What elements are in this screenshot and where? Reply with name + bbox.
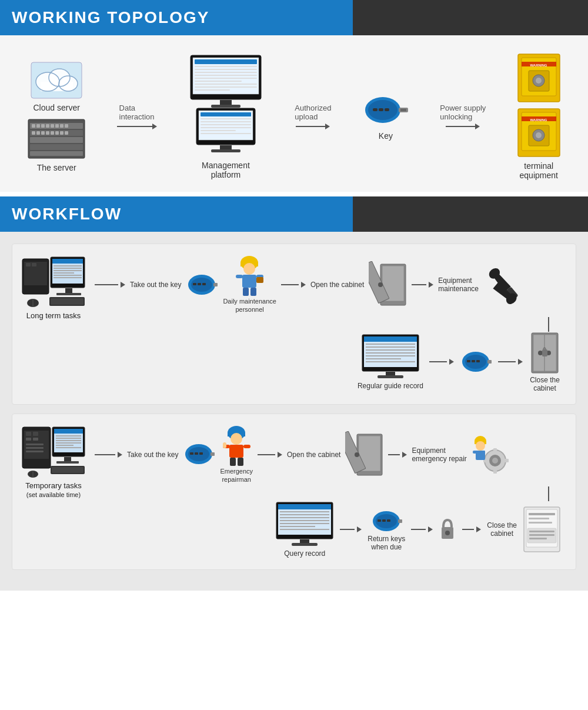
svg-rect-29 bbox=[65, 131, 68, 135]
svg-rect-53 bbox=[220, 145, 232, 149]
svg-rect-79 bbox=[32, 263, 36, 266]
svg-rect-159 bbox=[64, 457, 71, 461]
svg-rect-211 bbox=[377, 519, 381, 522]
regular-guide-record-label: Regular guide record bbox=[358, 382, 423, 390]
key-blue-icon-lt2 bbox=[460, 349, 492, 375]
svg-rect-154 bbox=[56, 438, 81, 439]
svg-rect-123 bbox=[366, 352, 415, 354]
longterm-tasks-label: Long term tasks bbox=[26, 311, 81, 320]
topo-arrow-power-supply: Power supplyunlocking bbox=[440, 104, 486, 129]
svg-rect-19 bbox=[55, 124, 59, 128]
open-cabinet-label-tmp: Open the cabinet bbox=[287, 451, 340, 459]
svg-point-183 bbox=[355, 452, 359, 457]
svg-rect-13 bbox=[30, 151, 83, 156]
svg-rect-42 bbox=[220, 100, 232, 105]
svg-rect-25 bbox=[46, 131, 49, 135]
svg-rect-134 bbox=[487, 360, 492, 364]
topo-terminal-equipment: WARNING WARNING terminalequipment bbox=[517, 53, 561, 180]
svg-rect-87 bbox=[54, 275, 82, 276]
svg-rect-32 bbox=[195, 59, 257, 64]
svg-rect-109 bbox=[250, 288, 256, 296]
svg-rect-48 bbox=[201, 121, 251, 122]
maintenance-person-label: Daily maintenancepersonnel bbox=[223, 297, 276, 314]
svg-rect-205 bbox=[280, 526, 315, 527]
svg-rect-83 bbox=[54, 265, 82, 266]
topo-management-platform: Managementplatform bbox=[188, 54, 264, 179]
svg-rect-125 bbox=[366, 358, 401, 359]
cabinet-open-icon-lt bbox=[369, 261, 407, 308]
svg-rect-160 bbox=[56, 461, 79, 464]
svg-rect-148 bbox=[26, 447, 44, 449]
svg-rect-104 bbox=[242, 275, 256, 288]
server-rack-icon bbox=[27, 118, 86, 159]
terminal-equipment-label: terminalequipment bbox=[520, 161, 558, 180]
cloud-server-icon bbox=[30, 61, 83, 99]
svg-rect-33 bbox=[195, 66, 257, 67]
svg-rect-40 bbox=[195, 86, 257, 88]
svg-rect-50 bbox=[201, 127, 251, 128]
svg-rect-105 bbox=[236, 275, 243, 278]
svg-rect-122 bbox=[366, 349, 415, 351]
workflow-header: WORKFLOW bbox=[0, 196, 588, 232]
svg-rect-58 bbox=[379, 108, 383, 111]
svg-rect-169 bbox=[199, 452, 203, 455]
svg-rect-28 bbox=[60, 131, 64, 135]
svg-rect-97 bbox=[193, 283, 196, 285]
svg-rect-195 bbox=[473, 451, 477, 454]
svg-rect-213 bbox=[387, 519, 390, 522]
svg-rect-82 bbox=[52, 259, 83, 264]
svg-rect-132 bbox=[472, 360, 475, 362]
svg-rect-17 bbox=[46, 124, 49, 128]
key-blue-icon-lt bbox=[186, 272, 218, 298]
svg-rect-61 bbox=[400, 109, 406, 111]
svg-point-138 bbox=[538, 351, 543, 355]
svg-text:WARNING: WARNING bbox=[530, 64, 547, 67]
svg-rect-54 bbox=[211, 149, 240, 152]
svg-point-113 bbox=[378, 282, 383, 287]
svg-rect-34 bbox=[195, 69, 257, 70]
key-icon bbox=[362, 92, 409, 128]
svg-rect-223 bbox=[529, 531, 554, 532]
svg-rect-14 bbox=[32, 124, 35, 128]
terminal-cabinet-icon1: WARNING bbox=[517, 53, 561, 103]
temporary-tasks-label: Temporary tasks(set available time) bbox=[25, 481, 81, 499]
svg-rect-99 bbox=[202, 283, 206, 285]
svg-rect-108 bbox=[243, 288, 249, 296]
svg-rect-85 bbox=[54, 270, 82, 271]
emergency-repair-icon bbox=[472, 434, 510, 475]
emergency-repairman-icon bbox=[220, 426, 253, 467]
svg-rect-126 bbox=[366, 361, 415, 362]
take-out-key-label-tmp: Take out the key bbox=[127, 451, 178, 459]
svg-rect-35 bbox=[195, 72, 257, 73]
query-record-label: Query record bbox=[284, 549, 325, 558]
query-record-monitor bbox=[275, 501, 334, 548]
svg-point-75 bbox=[536, 132, 542, 138]
svg-rect-202 bbox=[280, 517, 329, 518]
topo-servers-group: Cloud server bbox=[27, 61, 86, 172]
svg-text:WARNING: WARNING bbox=[530, 118, 547, 122]
svg-rect-78 bbox=[26, 263, 31, 266]
open-cabinet-label-lt: Open the cabinet bbox=[310, 281, 364, 289]
svg-rect-57 bbox=[373, 108, 377, 111]
topology-header: WORKING TOPOLOGY bbox=[0, 0, 588, 35]
svg-rect-23 bbox=[36, 131, 40, 135]
svg-rect-155 bbox=[56, 440, 81, 441]
svg-rect-207 bbox=[300, 539, 309, 543]
svg-rect-52 bbox=[201, 133, 251, 134]
power-supply-label: Power supplyunlocking bbox=[440, 104, 486, 121]
wrench-icon-lt bbox=[483, 264, 524, 305]
data-interaction-label: Datainteraction bbox=[119, 104, 155, 121]
key-label: Key bbox=[379, 131, 393, 141]
lock-connector-icon bbox=[439, 516, 456, 543]
svg-rect-190 bbox=[505, 459, 509, 462]
emergency-repairman-label: Emergencyrepairman bbox=[220, 467, 253, 484]
svg-rect-201 bbox=[280, 514, 329, 515]
authorized-upload-label: Authorizedupload bbox=[295, 104, 331, 121]
svg-rect-144 bbox=[33, 432, 38, 436]
svg-rect-100 bbox=[213, 283, 218, 286]
svg-rect-124 bbox=[366, 355, 415, 356]
svg-rect-22 bbox=[32, 131, 35, 135]
svg-rect-16 bbox=[41, 124, 45, 128]
cabinet-open-icon-tmp bbox=[345, 431, 383, 478]
svg-rect-149 bbox=[26, 451, 44, 452]
